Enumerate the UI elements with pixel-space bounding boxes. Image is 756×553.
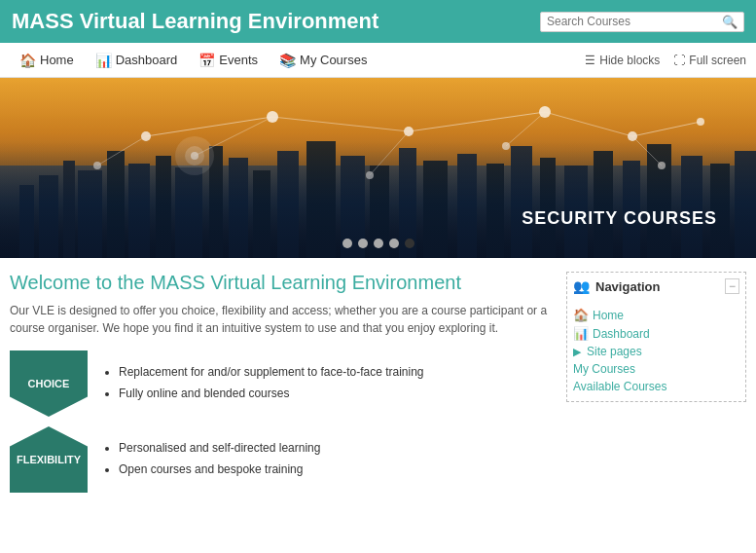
- feature-flexibility: FLEXIBILITY Personalised and self-direct…: [10, 426, 553, 493]
- choice-item-2: Fully online and blended courses: [119, 384, 424, 405]
- header: MASS Virtual Learning Environment 🔍: [0, 0, 756, 43]
- sidebar-home-label: Home: [593, 309, 624, 322]
- nav-events[interactable]: 📅 Events: [189, 47, 268, 74]
- sidebar-dashboard-link[interactable]: 📊 Dashboard: [573, 326, 739, 341]
- content-area: Welcome to the MASS Virtual Learning Env…: [10, 272, 553, 502]
- hide-blocks-button[interactable]: ☰ Hide blocks: [585, 54, 660, 67]
- sidebar-item-home: 🏠 Home: [573, 306, 739, 324]
- flexibility-label: FLEXIBILITY: [17, 454, 81, 465]
- sidebar-title: 👥 Navigation: [573, 278, 660, 294]
- sidebar-item-site-pages: ▶ Site pages: [573, 343, 739, 360]
- sidebar-item-my-courses: My Courses: [573, 360, 739, 378]
- hero-dots: [342, 239, 414, 248]
- hero-label: SECURITY COURSES: [522, 208, 717, 229]
- site-title: MASS Virtual Learning Environment: [12, 9, 378, 34]
- nav-dashboard-label: Dashboard: [116, 53, 178, 67]
- choice-badge: CHOICE: [10, 350, 88, 417]
- nav-dashboard[interactable]: 📊 Dashboard: [86, 47, 188, 74]
- full-screen-icon: ⛶: [673, 54, 685, 67]
- nav-left: 🏠 Home 📊 Dashboard 📅 Events 📚 My Courses: [10, 47, 377, 74]
- hero-dot-2[interactable]: [358, 239, 368, 248]
- nav-home-label: Home: [40, 53, 74, 67]
- sidebar: 👥 Navigation − 🏠 Home 📊 Dashboard: [566, 272, 746, 502]
- sidebar-item-dashboard: 📊 Dashboard: [573, 324, 739, 343]
- hide-blocks-icon: ☰: [585, 54, 595, 67]
- sidebar-dashboard-label: Dashboard: [593, 327, 650, 341]
- hero-dot-5[interactable]: [405, 239, 414, 248]
- sidebar-header: 👥 Navigation −: [573, 278, 739, 298]
- svg-point-41: [267, 111, 278, 123]
- navigation-block: 👥 Navigation − 🏠 Home 📊 Dashboard: [566, 272, 746, 402]
- welcome-title: Welcome to the MASS Virtual Learning Env…: [10, 272, 553, 294]
- home-icon: 🏠: [19, 53, 36, 68]
- feature-choice: CHOICE Replacement for and/or supplement…: [10, 350, 553, 417]
- courses-icon: 📚: [279, 53, 296, 68]
- sidebar-available-courses-link[interactable]: Available Courses: [573, 380, 739, 393]
- hero-dot-4[interactable]: [389, 239, 399, 248]
- search-box[interactable]: 🔍: [540, 12, 744, 32]
- hero-dot-1[interactable]: [342, 239, 352, 248]
- nav-home[interactable]: 🏠 Home: [10, 47, 84, 74]
- events-icon: 📅: [198, 53, 215, 68]
- people-icon: 👥: [573, 278, 590, 294]
- main-content: Welcome to the MASS Virtual Learning Env…: [0, 258, 756, 512]
- svg-point-40: [141, 131, 151, 141]
- search-input[interactable]: [547, 15, 722, 28]
- sidebar-dashboard-icon: 📊: [573, 326, 589, 341]
- sidebar-site-pages-label: Site pages: [587, 345, 642, 358]
- svg-point-45: [697, 118, 704, 126]
- expand-icon: ▶: [573, 346, 581, 358]
- choice-list: Replacement for and/or supplement to fac…: [101, 362, 424, 404]
- svg-point-43: [539, 106, 551, 118]
- flexibility-list: Personalised and self-directed learning …: [101, 438, 320, 480]
- welcome-text: Our VLE is designed to offer you choice,…: [10, 302, 553, 337]
- dashboard-icon: 📊: [95, 53, 112, 68]
- nav-my-courses-label: My Courses: [300, 53, 367, 67]
- navbar: 🏠 Home 📊 Dashboard 📅 Events 📚 My Courses…: [0, 43, 756, 78]
- flexibility-item-2: Open courses and bespoke training: [119, 460, 320, 481]
- hero-banner: SECURITY COURSES: [0, 78, 756, 258]
- nav-my-courses[interactable]: 📚 My Courses: [270, 47, 377, 74]
- choice-item-1: Replacement for and/or supplement to fac…: [119, 362, 424, 384]
- collapse-button[interactable]: −: [725, 278, 739, 294]
- nav-events-label: Events: [219, 53, 258, 67]
- sidebar-site-pages-link[interactable]: ▶ Site pages: [573, 345, 739, 358]
- hero-dot-3[interactable]: [374, 239, 383, 248]
- search-icon[interactable]: 🔍: [722, 15, 738, 29]
- full-screen-label: Full screen: [689, 54, 746, 67]
- sidebar-my-courses-link[interactable]: My Courses: [573, 362, 739, 376]
- hide-blocks-label: Hide blocks: [599, 54, 660, 67]
- sidebar-home-icon: 🏠: [573, 308, 589, 322]
- svg-point-44: [628, 131, 637, 141]
- sidebar-item-available-courses: Available Courses: [573, 378, 739, 395]
- choice-label: CHOICE: [28, 378, 70, 389]
- sidebar-my-courses-label: My Courses: [573, 362, 635, 376]
- sidebar-title-label: Navigation: [595, 279, 660, 294]
- sidebar-nav: 🏠 Home 📊 Dashboard ▶ Site pages: [573, 306, 739, 395]
- svg-point-42: [404, 127, 414, 136]
- flexibility-item-1: Personalised and self-directed learning: [119, 438, 320, 460]
- sidebar-home-link[interactable]: 🏠 Home: [573, 308, 739, 322]
- full-screen-button[interactable]: ⛶ Full screen: [673, 54, 746, 67]
- nav-right: ☰ Hide blocks ⛶ Full screen: [585, 54, 746, 67]
- sidebar-available-courses-label: Available Courses: [573, 380, 667, 393]
- flexibility-badge: FLEXIBILITY: [10, 426, 88, 493]
